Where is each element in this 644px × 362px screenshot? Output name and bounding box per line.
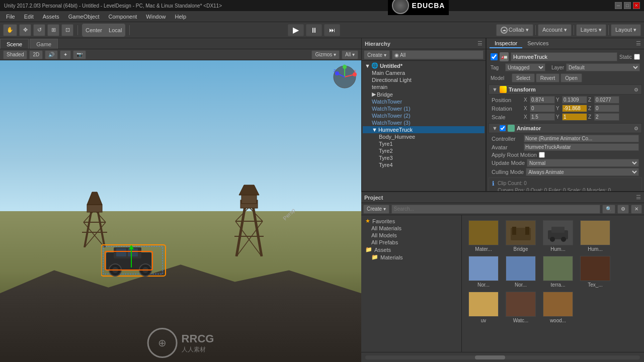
fx-button[interactable]: ✦: [60, 50, 71, 59]
open-button[interactable]: Open: [560, 73, 582, 82]
hierarchy-item-untitled[interactable]: ▼ 🌐 Untitled*: [363, 62, 485, 69]
tree-favorites[interactable]: ★ Favorites: [363, 217, 459, 225]
object-active-checkbox[interactable]: [491, 53, 498, 60]
collab-button[interactable]: ☁ Collab ▾: [496, 24, 533, 36]
hierarchy-item-maincamera[interactable]: Main Camera: [363, 69, 485, 76]
avatar-input[interactable]: [524, 143, 639, 151]
animator-enabled-checkbox[interactable]: [500, 125, 506, 131]
update-mode-select[interactable]: Normal: [527, 159, 639, 167]
revert-button[interactable]: Revert: [536, 73, 559, 82]
hierarchy-item-terrain[interactable]: terrain: [363, 83, 485, 90]
gizmos-button[interactable]: Gizmos ▾: [311, 50, 340, 59]
select-button[interactable]: Select: [512, 73, 535, 82]
asset-humvee[interactable]: Hum...: [540, 219, 576, 253]
scale-z-input[interactable]: [594, 113, 619, 121]
tree-all-prefabs[interactable]: All Prefabs: [363, 239, 459, 246]
project-search-btn[interactable]: 🔍: [602, 205, 615, 214]
scale-x-input[interactable]: [530, 113, 555, 121]
layer-select[interactable]: Default: [566, 63, 640, 71]
tree-all-materials[interactable]: All Materials: [363, 225, 459, 232]
asset-watch[interactable]: Watc...: [503, 291, 538, 324]
hierarchy-item-watchtower[interactable]: WatchTower: [363, 98, 485, 105]
transform-component-header[interactable]: ▼ Transform ⚙: [489, 84, 642, 95]
audio-button[interactable]: 🔊: [45, 50, 58, 59]
close-button[interactable]: ✕: [633, 2, 640, 9]
hierarchy-item-bridge[interactable]: ▶ Bridge: [363, 90, 485, 98]
shaded-dropdown[interactable]: Shaded: [3, 50, 27, 59]
hierarchy-item-humveetruck[interactable]: ▼ HumveeTruck: [363, 126, 485, 133]
hierarchy-search[interactable]: [392, 50, 484, 59]
layout-button[interactable]: Layout ▾: [611, 24, 641, 36]
asset-tex[interactable]: Tex_...: [578, 255, 613, 289]
menu-edit[interactable]: Edit: [20, 13, 38, 21]
hand-tool[interactable]: ✋: [3, 24, 17, 36]
maximize-button[interactable]: □: [624, 2, 631, 9]
project-filter-btn[interactable]: ⚙: [617, 205, 629, 214]
hierarchy-item-watchtower3[interactable]: WatchTower (3): [363, 119, 485, 126]
static-checkbox[interactable]: [634, 54, 640, 60]
pos-y-input[interactable]: [562, 96, 587, 104]
asset-humvee2[interactable]: Hum...: [578, 219, 613, 253]
rot-x-input[interactable]: [530, 105, 555, 112]
menu-assets[interactable]: Assets: [39, 13, 63, 21]
hierarchy-create-btn[interactable]: Create ▾: [364, 50, 390, 59]
tree-all-models[interactable]: All Models: [363, 232, 459, 239]
2d-button[interactable]: 2D: [29, 50, 43, 59]
step-button[interactable]: ⏭: [324, 24, 340, 36]
scrollbar-track[interactable]: [365, 355, 640, 359]
hierarchy-item-dirlight[interactable]: Directional Light: [363, 76, 485, 83]
scale-y-input[interactable]: [562, 113, 587, 121]
hierarchy-item-tyre1[interactable]: Tyre1: [363, 140, 485, 147]
transform-settings-icon[interactable]: ⚙: [634, 87, 638, 93]
menu-window[interactable]: Window: [142, 13, 170, 21]
apply-root-checkbox[interactable]: [539, 152, 545, 158]
camera-button[interactable]: 📷: [73, 50, 86, 59]
hierarchy-item-tyre4[interactable]: Tyre4: [363, 161, 485, 168]
tree-assets[interactable]: 📁 Assets: [363, 246, 459, 253]
animator-component-header[interactable]: ▼ Animator ⚙: [489, 123, 642, 133]
animator-settings-icon[interactable]: ⚙: [634, 126, 638, 131]
culling-mode-select[interactable]: Always Animate: [526, 168, 639, 176]
asset-normal2[interactable]: Nor...: [503, 255, 538, 289]
project-close-btn[interactable]: ✕: [631, 205, 642, 214]
tag-select[interactable]: Untagged: [505, 63, 545, 71]
menu-file[interactable]: File: [2, 13, 19, 21]
pos-z-input[interactable]: [594, 96, 619, 104]
scrollbar-thumb[interactable]: [475, 355, 505, 359]
move-tool[interactable]: ✥: [19, 24, 31, 36]
project-create-btn[interactable]: Create ▾: [363, 205, 389, 214]
object-name-input[interactable]: [511, 52, 617, 61]
hierarchy-item-tyre2[interactable]: Tyre2: [363, 147, 485, 154]
rect-tool[interactable]: ⊡: [61, 24, 73, 36]
all-button[interactable]: All ▾: [342, 50, 358, 59]
tab-game[interactable]: Game: [30, 39, 58, 49]
rotate-tool[interactable]: ↺: [33, 24, 45, 36]
scale-tool[interactable]: ⊞: [47, 24, 59, 36]
hierarchy-item-body[interactable]: Body_Humvee: [363, 133, 485, 140]
hierarchy-item-tyre3[interactable]: Tyre3: [363, 154, 485, 161]
viewport-3d[interactable]: Persp X Y: [0, 60, 361, 362]
asset-wood[interactable]: wood...: [540, 291, 576, 324]
tab-inspector[interactable]: Inspector: [490, 39, 522, 48]
rot-z-input[interactable]: [594, 105, 619, 112]
tree-materials[interactable]: 📁 Materials: [363, 253, 459, 261]
layers-button[interactable]: Layers ▾: [576, 24, 606, 36]
hierarchy-item-watchtower1[interactable]: WatchTower (1): [363, 105, 485, 112]
hierarchy-item-watchtower2[interactable]: WatchTower (2): [363, 112, 485, 119]
local-button[interactable]: Local: [106, 24, 125, 36]
window-buttons[interactable]: ─ □ ✕: [615, 2, 640, 9]
asset-uv[interactable]: uv: [466, 291, 501, 324]
project-search[interactable]: [391, 205, 600, 214]
menu-gameobject[interactable]: GameObject: [64, 13, 104, 21]
rot-y-input[interactable]: [562, 105, 587, 112]
asset-normal1[interactable]: Nor...: [466, 255, 501, 289]
asset-terrain[interactable]: terra...: [540, 255, 576, 289]
tab-scene[interactable]: Scene: [0, 39, 29, 49]
menu-component[interactable]: Component: [104, 13, 141, 21]
play-button[interactable]: ▶: [288, 24, 304, 36]
pause-button[interactable]: ⏸: [306, 24, 322, 36]
asset-materials[interactable]: Mater...: [466, 219, 501, 253]
pos-x-input[interactable]: [530, 96, 555, 104]
controller-input[interactable]: [524, 135, 639, 142]
tab-services[interactable]: Services: [522, 39, 553, 48]
